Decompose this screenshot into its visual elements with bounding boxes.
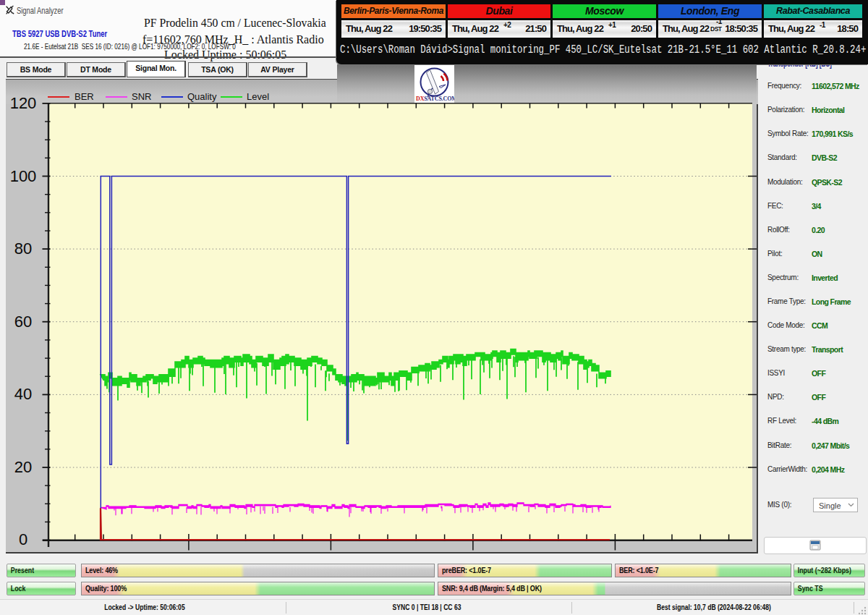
svg-text:DXSATCS.COM: DXSATCS.COM: [416, 96, 454, 102]
